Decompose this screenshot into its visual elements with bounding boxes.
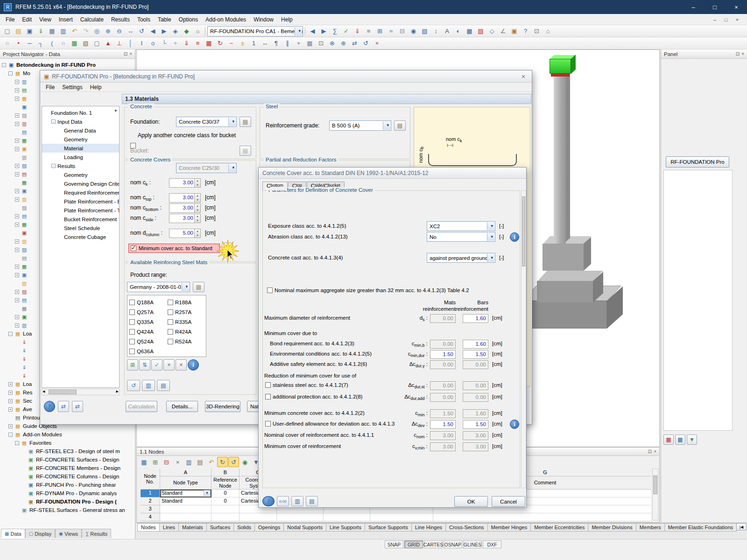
line-load-icon[interactable]: ≡: [192, 38, 203, 49]
expand-icon[interactable]: +: [15, 273, 19, 277]
cover-value-field[interactable]: 3.00▴▾: [169, 178, 201, 188]
expand-icon[interactable]: +: [15, 97, 19, 101]
text-icon[interactable]: A: [442, 26, 452, 36]
scroll-right-icon[interactable]: ▶: [116, 390, 119, 393]
help-icon[interactable]: ?: [44, 401, 55, 412]
zoom-out-icon[interactable]: ⊖: [114, 26, 125, 36]
maximize-button[interactable]: □: [704, 0, 726, 14]
mat-item[interactable]: R424A: [168, 327, 191, 336]
table-tab[interactable]: Member Elastic Foundations: [664, 523, 737, 532]
menu-item[interactable]: File: [2, 15, 18, 24]
menu-item[interactable]: Help: [277, 15, 296, 24]
navigator-tab[interactable]: ◉Views: [55, 529, 82, 538]
mat-item[interactable]: Q524A: [129, 336, 154, 346]
area-load-icon[interactable]: ▦: [204, 38, 214, 49]
mirror-icon[interactable]: ⇄: [349, 38, 360, 49]
pin-icon[interactable]: ⊡: [124, 51, 127, 56]
row-header[interactable]: 4: [141, 513, 160, 521]
default-mats-icon[interactable]: ↺: [127, 380, 140, 391]
grid-icon[interactable]: ⊟: [397, 26, 408, 36]
dialog-tree-item[interactable]: - Input Data: [42, 117, 119, 126]
expand-icon[interactable]: -: [51, 119, 56, 124]
paste-icon[interactable]: ▤: [195, 457, 205, 467]
mat-item[interactable]: R524A: [168, 336, 191, 346]
table-tab[interactable]: Surfaces: [206, 523, 234, 532]
menu-item[interactable]: Edit: [18, 15, 35, 24]
table-tab[interactable]: Surface Supports: [365, 523, 412, 532]
row-header[interactable]: 2: [141, 497, 160, 505]
tree-item[interactable]: ▣ RF-PUNCH Pro - Punching shear: [0, 481, 135, 489]
copy-mats-icon[interactable]: ▥: [142, 380, 155, 391]
tree-item[interactable]: ▣ RF-CONCRETE Columns - Design: [0, 472, 135, 481]
mats-value-field[interactable]: 1.50: [430, 420, 456, 429]
expand-icon[interactable]: +: [15, 172, 19, 176]
dialog-tree-item[interactable]: Plate Reinforcement - Bott: [42, 197, 119, 206]
comment-icon[interactable]: ¶: [271, 38, 282, 49]
cell-node-type[interactable]: [160, 505, 211, 513]
close-icon[interactable]: ×: [519, 73, 528, 80]
previous-view-icon[interactable]: ◀: [148, 26, 158, 36]
menu-item[interactable]: View: [35, 15, 55, 24]
bars-value-field[interactable]: 0.00: [463, 393, 488, 402]
dialog-tree-item[interactable]: - Results: [42, 161, 119, 170]
close-icon[interactable]: ×: [129, 51, 132, 56]
mats-value-field[interactable]: 0.00: [430, 314, 456, 323]
union-icon[interactable]: ⊕: [338, 38, 349, 49]
parameter-combo[interactable]: against prepared ground: [427, 253, 495, 263]
tree-item[interactable]: - ▦ Favorites: [0, 439, 135, 447]
mat-item[interactable]: Q257A: [129, 307, 154, 317]
hinge-tool-icon[interactable]: o: [148, 38, 158, 49]
menu-item[interactable]: Window: [250, 15, 277, 24]
product-range-combo[interactable]: Germany - 2008-01-01: [127, 282, 190, 292]
mats-value-field[interactable]: 1.50: [430, 409, 456, 418]
intersect-icon[interactable]: ⊗: [327, 38, 338, 49]
nodal-support-icon[interactable]: ▲: [103, 38, 113, 49]
concrete-library-button[interactable]: ▤: [240, 117, 251, 127]
visibility-icon[interactable]: ◐: [453, 26, 464, 36]
min-cover-checkbox[interactable]: [131, 245, 136, 251]
table-tab[interactable]: Materials: [178, 523, 207, 532]
table-tab[interactable]: Solids: [233, 523, 255, 532]
nav-back-icon[interactable]: ◀: [307, 26, 318, 36]
rotate-view-icon[interactable]: ↺: [136, 26, 147, 36]
dimensions-icon[interactable]: ↔: [260, 38, 270, 49]
expand-icon[interactable]: +: [15, 164, 19, 168]
table-tab[interactable]: Members: [636, 523, 665, 532]
status-toggle[interactable]: CARTES: [424, 540, 443, 548]
mdi-minimize-button[interactable]: –: [710, 17, 720, 22]
table-tab[interactable]: Member Eccentricities: [530, 523, 588, 532]
cell-reference-node[interactable]: 0: [211, 490, 240, 497]
parameter-combo[interactable]: No: [427, 232, 495, 242]
bucket-library-button[interactable]: ▤: [240, 146, 251, 156]
paste-icon[interactable]: ▤: [306, 496, 318, 506]
mat-checkbox[interactable]: [168, 329, 173, 335]
mats-info-icon[interactable]: i: [188, 359, 199, 371]
expand-icon[interactable]: +: [8, 391, 13, 395]
mat-checkbox[interactable]: [129, 339, 135, 344]
pin-icon[interactable]: ⊡: [648, 449, 652, 454]
dialog-tree-item[interactable]: Geometry: [42, 135, 119, 144]
expand-icon[interactable]: +: [15, 239, 19, 244]
column-letter-header[interactable]: A: [160, 469, 211, 476]
expand-icon[interactable]: +: [8, 407, 13, 412]
numbering-icon[interactable]: 1: [248, 38, 259, 49]
table-tab[interactable]: Nodal Supports: [283, 523, 326, 532]
mats-value-field[interactable]: 0.00: [430, 393, 456, 402]
mat-checkbox[interactable]: [168, 309, 173, 315]
tree-item[interactable]: ▣ RF-FOUNDATION Pro - Design (: [0, 497, 135, 506]
axes-icon[interactable]: +: [293, 38, 304, 49]
cell-e[interactable]: [324, 513, 370, 521]
graph-icon[interactable]: ≈: [386, 26, 396, 36]
first-table-button[interactable]: |◀: [736, 523, 747, 531]
print-icon[interactable]: ▦: [47, 26, 57, 36]
mats-value-field[interactable]: 1.50: [430, 350, 456, 359]
expand-icon[interactable]: +: [15, 290, 19, 294]
expand-icon[interactable]: +: [15, 147, 19, 151]
close-button[interactable]: ×: [726, 0, 747, 14]
module-icon[interactable]: ▣: [509, 26, 520, 36]
scroll-left-icon[interactable]: ◀: [42, 390, 45, 393]
check-mats-icon[interactable]: ✓: [151, 359, 162, 371]
expand-icon[interactable]: +: [15, 223, 19, 227]
bars-value-field[interactable]: 0.00: [463, 381, 488, 390]
expand-icon[interactable]: +: [15, 323, 19, 328]
